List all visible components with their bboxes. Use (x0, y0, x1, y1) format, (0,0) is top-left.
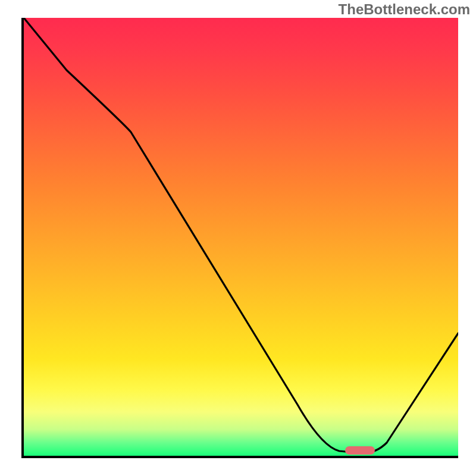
curve-path (24, 18, 458, 453)
plot-area (21, 18, 458, 458)
watermark-text: TheBottleneck.com (339, 1, 470, 18)
optimal-range-marker (345, 446, 375, 455)
chart-container: TheBottleneck.com (0, 0, 476, 476)
bottleneck-curve (24, 18, 458, 456)
